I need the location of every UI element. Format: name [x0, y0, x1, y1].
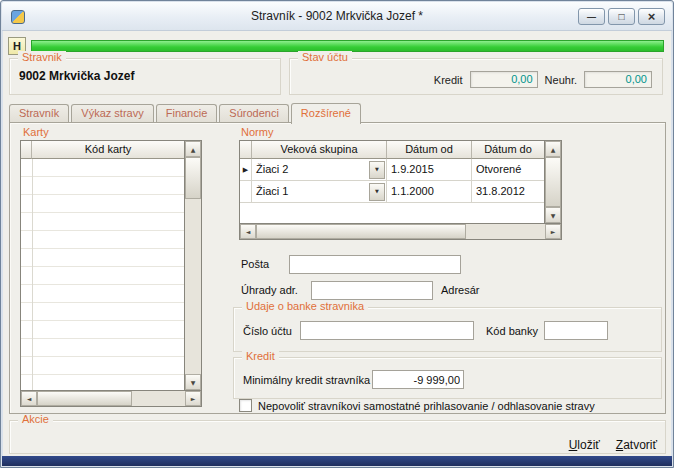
- close-button[interactable]: ×: [638, 8, 665, 25]
- scroll-left-icon[interactable]: ◄: [21, 391, 37, 406]
- datum-do-cell[interactable]: 31.8.2012: [472, 181, 544, 202]
- ulozit-button[interactable]: Uložiť: [569, 438, 600, 452]
- normy-indicator-header: [240, 141, 252, 159]
- posta-input[interactable]: [289, 255, 461, 274]
- self-service-option: Nepovoliť stravníkovi samostatné prihlas…: [239, 399, 595, 412]
- datum-do-cell[interactable]: Otvorené: [472, 159, 544, 180]
- tab-stravnik[interactable]: Stravník: [9, 104, 69, 122]
- minimize-icon: —: [587, 12, 596, 22]
- datum-od-cell[interactable]: 1.9.2015: [387, 159, 472, 180]
- window-controls: — □ ×: [578, 8, 665, 25]
- vekova-skupina-value: Žiaci 1: [256, 181, 288, 202]
- close-icon: ×: [648, 9, 656, 24]
- karty-table: Kód karty ▲ ▼: [20, 140, 202, 391]
- tab-vykaz-stravy[interactable]: Výkaz stravy: [71, 104, 153, 122]
- kod-banky-label: Kód banky: [486, 325, 538, 337]
- action-buttons: Uložiť Zatvoriť: [569, 438, 657, 452]
- karty-vscroll-track[interactable]: [185, 157, 201, 374]
- banka-group-label: Udaje o banke stravnika: [242, 300, 368, 312]
- normy-grid: Veková skupina Dátum od Dátum do ▶ Žiaci…: [240, 141, 544, 223]
- normy-section-label: Normy: [241, 126, 273, 138]
- normy-table: Veková skupina Dátum od Dátum do ▶ Žiaci…: [239, 140, 562, 224]
- maximize-button[interactable]: □: [608, 8, 635, 25]
- app-window: Stravník - 9002 Mrkvička Jozef * — □ × H…: [0, 0, 674, 468]
- tab-panel-rozsirene: Karty Kód karty ▲ ▼ ◄ ►: [9, 122, 666, 414]
- titlebar[interactable]: Stravník - 9002 Mrkvička Jozef *: [2, 2, 672, 31]
- adresar-label: Adresár: [441, 284, 480, 296]
- kredit-group-label: Kredit: [242, 350, 279, 362]
- combo-dropdown-icon[interactable]: ▼: [369, 161, 385, 179]
- datum-od-cell[interactable]: 1.1.2000: [387, 181, 472, 202]
- normy-vscroll-thumb[interactable]: [545, 157, 561, 207]
- stravnik-group-label: Stravnik: [18, 51, 66, 63]
- tab-financie[interactable]: Financie: [156, 104, 218, 122]
- karty-indicator-header: [21, 141, 32, 159]
- kredit-groupbox: Kredit Minimálny kredit stravníka: [233, 357, 662, 399]
- vekova-skupina-cell[interactable]: Žiaci 2 ▼: [252, 159, 387, 180]
- stravnik-name: 9002 Mrkvička Jozef: [19, 69, 134, 83]
- table-row[interactable]: ▶ Žiaci 2 ▼ 1.9.2015 Otvorené: [240, 159, 544, 181]
- uhrady-adr-input[interactable]: [311, 281, 433, 300]
- normy-header-row: Veková skupina Dátum od Dátum do: [240, 141, 544, 159]
- maximize-icon: □: [618, 11, 624, 22]
- zatvorit-button[interactable]: Zatvoriť: [616, 438, 657, 452]
- normy-vscroll-track[interactable]: [545, 157, 561, 207]
- kredit-value: 0,00: [470, 71, 538, 88]
- neuhr-label: Neuhr.: [545, 74, 577, 86]
- normy-horizontal-scrollbar: ◄ ►: [239, 224, 562, 240]
- karty-hscroll-thumb[interactable]: [37, 391, 132, 406]
- normy-vertical-scrollbar: ▲ ▼: [544, 141, 561, 223]
- tab-rozsirene[interactable]: Rozšírené: [291, 103, 361, 124]
- self-service-checkbox-label: Nepovoliť stravníkovi samostatné prihlas…: [258, 400, 595, 412]
- normy-column-datum-do[interactable]: Dátum do: [472, 141, 544, 159]
- normy-column-vekova-skupina[interactable]: Veková skupina: [252, 141, 387, 159]
- neuhr-value: 0,00: [584, 71, 652, 88]
- table-row[interactable]: Žiaci 1 ▼ 1.1.2000 31.8.2012: [240, 181, 544, 203]
- karty-grid: Kód karty: [21, 141, 184, 390]
- min-kredit-input[interactable]: [372, 370, 464, 389]
- scroll-right-icon[interactable]: ►: [185, 391, 201, 406]
- cislo-uctu-label: Číslo účtu: [243, 325, 292, 337]
- akcie-group-label: Akcie: [18, 413, 53, 425]
- uhrady-adr-label: Úhrady adr.: [241, 284, 298, 296]
- row-indicator: [240, 181, 252, 202]
- normy-hscroll-thumb[interactable]: [256, 224, 466, 239]
- karty-column-header[interactable]: Kód karty: [32, 141, 184, 159]
- app-icon: [11, 10, 25, 24]
- scroll-up-icon[interactable]: ▲: [545, 141, 561, 157]
- scroll-left-icon[interactable]: ◄: [240, 224, 256, 239]
- vekova-skupina-cell[interactable]: Žiaci 1 ▼: [252, 181, 387, 202]
- banka-groupbox: Udaje o banke stravnika Číslo účtu Kód b…: [233, 307, 662, 352]
- karty-hscroll-track[interactable]: [37, 391, 185, 406]
- tab-bar: Stravník Výkaz stravy Financie Súrodenci…: [9, 102, 363, 123]
- record-marker-icon: ▶: [240, 159, 252, 180]
- normy-column-datum-od[interactable]: Dátum od: [387, 141, 472, 159]
- scroll-down-icon[interactable]: ▼: [185, 374, 201, 390]
- karty-vertical-scrollbar: ▲ ▼: [184, 141, 201, 390]
- karty-vscroll-thumb[interactable]: [185, 157, 201, 199]
- tab-surodenci[interactable]: Súrodenci: [219, 104, 289, 122]
- karty-grid-body[interactable]: [21, 159, 184, 390]
- karty-section-label: Karty: [23, 126, 49, 138]
- stav-uctu-groupbox: Stav účtu Kredit 0,00 Neuhr. 0,00: [289, 58, 663, 95]
- scroll-right-icon[interactable]: ►: [545, 224, 561, 239]
- normy-hscroll-track[interactable]: [256, 224, 545, 239]
- scroll-up-icon[interactable]: ▲: [185, 141, 201, 157]
- window-title: Stravník - 9002 Mrkvička Jozef *: [2, 9, 672, 23]
- combo-dropdown-icon[interactable]: ▼: [369, 183, 385, 201]
- stav-uctu-values: Kredit 0,00 Neuhr. 0,00: [290, 59, 662, 94]
- akcie-groupbox: Akcie: [9, 420, 666, 454]
- vekova-skupina-value: Žiaci 2: [256, 159, 288, 180]
- karty-header-row: Kód karty: [21, 141, 184, 159]
- kod-banky-input[interactable]: [544, 321, 608, 340]
- normy-grid-empty-area[interactable]: [240, 203, 544, 223]
- karty-horizontal-scrollbar: ◄ ►: [20, 391, 202, 407]
- stravnik-groupbox: Stravnik 9002 Mrkvička Jozef: [9, 58, 281, 95]
- min-kredit-label: Minimálny kredit stravníka: [243, 374, 370, 386]
- scroll-down-icon[interactable]: ▼: [545, 207, 561, 223]
- minimize-button[interactable]: —: [578, 8, 605, 25]
- posta-label: Pošta: [241, 258, 269, 270]
- cislo-uctu-input[interactable]: [300, 321, 474, 340]
- self-service-checkbox[interactable]: [239, 399, 252, 412]
- kredit-label: Kredit: [434, 74, 463, 86]
